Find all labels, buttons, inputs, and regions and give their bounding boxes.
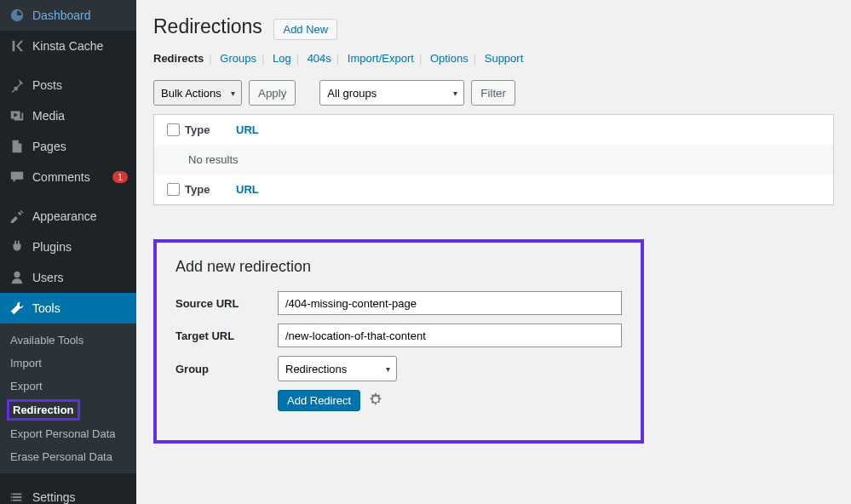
appearance-label: Appearance [32, 209, 128, 223]
comments-icon [9, 169, 26, 186]
kinsta-icon [9, 37, 26, 54]
dashboard-label: Dashboard [32, 9, 128, 22]
group-select[interactable]: Redirections [278, 356, 397, 381]
plugins-icon [9, 238, 26, 255]
select-all-footer-checkbox[interactable] [167, 183, 180, 196]
table-footer: Type URL [154, 175, 833, 204]
apply-button[interactable]: Apply [249, 80, 296, 106]
tab-redirects[interactable]: Redirects [153, 52, 204, 65]
list-toolbar: Bulk Actions Apply All groups Filter [153, 80, 834, 106]
sidebar-item-settings[interactable]: Settings [0, 482, 136, 504]
tab-support[interactable]: Support [485, 52, 524, 65]
posts-label: Posts [32, 78, 128, 92]
settings-label: Settings [32, 490, 128, 504]
submenu-import[interactable]: Import [0, 352, 136, 375]
add-redirection-form: Add new redirection Source URL Target UR… [153, 239, 644, 444]
source-url-row: Source URL [175, 291, 622, 315]
media-icon [9, 107, 26, 124]
submit-row: Add Redirect [175, 390, 622, 411]
source-url-label: Source URL [175, 297, 278, 310]
tab-import-export[interactable]: Import/Export [348, 52, 414, 65]
submenu-redirection[interactable]: Redirection [7, 399, 80, 421]
media-label: Media [32, 109, 128, 123]
form-heading: Add new redirection [175, 258, 622, 276]
page-title: Redirections [153, 15, 262, 38]
tab-404s[interactable]: 404s [308, 52, 331, 65]
submenu-available-tools[interactable]: Available Tools [0, 329, 136, 352]
add-redirect-button[interactable]: Add Redirect [278, 390, 360, 411]
tab-groups[interactable]: Groups [220, 52, 256, 65]
sidebar-item-users[interactable]: Users [0, 262, 136, 293]
tab-log[interactable]: Log [273, 52, 291, 65]
source-url-input[interactable] [278, 291, 622, 315]
main-content: Redirections Add New Redirects| Groups| … [136, 0, 851, 504]
col-type-header: Type [185, 123, 236, 136]
pages-icon [9, 138, 26, 155]
target-url-row: Target URL [175, 324, 622, 347]
col-type-footer: Type [185, 183, 236, 196]
pin-icon [9, 77, 26, 94]
sidebar-item-pages[interactable]: Pages [0, 131, 136, 162]
pages-label: Pages [32, 140, 128, 153]
tools-icon [9, 300, 26, 317]
submenu-export-personal[interactable]: Export Personal Data [0, 422, 136, 445]
target-url-input[interactable] [278, 324, 622, 347]
submenu-export[interactable]: Export [0, 375, 136, 398]
table-header: Type URL [154, 115, 833, 145]
tab-options[interactable]: Options [430, 52, 469, 65]
plugins-label: Plugins [32, 240, 128, 254]
filter-button[interactable]: Filter [471, 80, 515, 106]
sidebar-item-dashboard[interactable]: Dashboard [0, 0, 136, 31]
sidebar-item-posts[interactable]: Posts [0, 70, 136, 100]
dashboard-icon [9, 7, 26, 24]
subtabs: Redirects| Groups| Log| 404s| Import/Exp… [153, 52, 834, 65]
sidebar-item-comments[interactable]: Comments 1 [0, 162, 136, 192]
no-results-text: No results [188, 153, 239, 166]
no-results-row: No results [154, 145, 833, 175]
sidebar-item-appearance[interactable]: Appearance [0, 201, 136, 232]
kinsta-label: Kinsta Cache [32, 39, 128, 53]
target-url-label: Target URL [175, 329, 278, 342]
col-url-footer[interactable]: URL [236, 183, 826, 196]
sidebar-item-plugins[interactable]: Plugins [0, 232, 136, 262]
select-all-checkbox[interactable] [167, 123, 180, 136]
admin-sidebar: Dashboard Kinsta Cache Posts Media Pages… [0, 0, 136, 504]
tools-submenu: Available Tools Import Export Redirectio… [0, 324, 136, 473]
group-filter-select[interactable]: All groups [319, 80, 464, 106]
users-icon [9, 269, 26, 286]
sidebar-item-kinsta[interactable]: Kinsta Cache [0, 31, 136, 61]
comments-label: Comments [32, 170, 109, 184]
group-label: Group [175, 363, 278, 375]
redirects-table: Type URL No results Type URL [153, 114, 834, 205]
sidebar-item-tools[interactable]: Tools [0, 293, 136, 324]
users-label: Users [32, 271, 128, 284]
col-url-header[interactable]: URL [236, 123, 826, 136]
gear-icon[interactable] [369, 392, 382, 409]
appearance-icon [9, 208, 26, 225]
submenu-erase-personal[interactable]: Erase Personal Data [0, 445, 136, 468]
add-new-button[interactable]: Add New [273, 19, 337, 40]
tools-label: Tools [32, 301, 128, 315]
group-row: Group Redirections [175, 356, 622, 381]
bulk-actions-select[interactable]: Bulk Actions [153, 80, 242, 106]
comments-count-badge: 1 [112, 171, 128, 183]
settings-icon [9, 489, 26, 504]
sidebar-item-media[interactable]: Media [0, 100, 136, 131]
